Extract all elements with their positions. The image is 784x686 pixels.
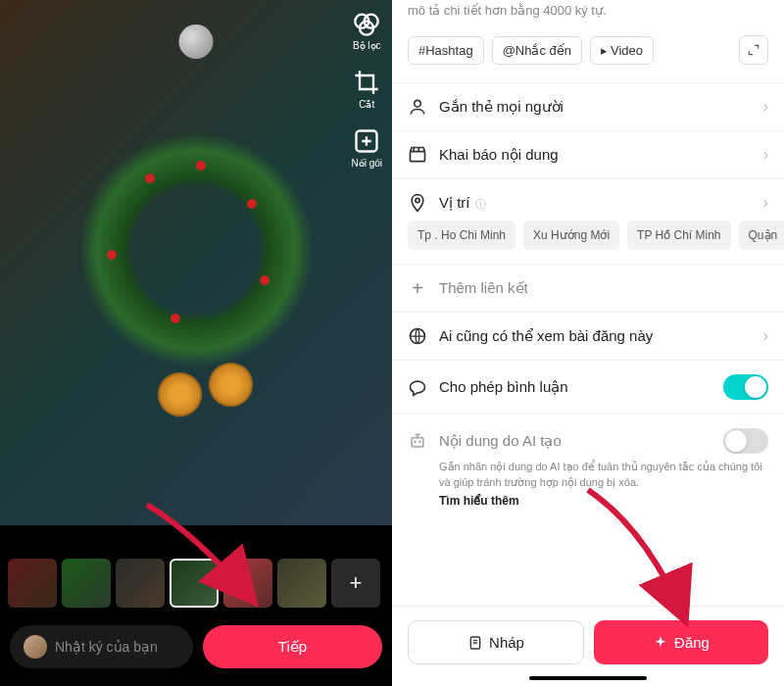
add-link-label: Thêm liên kết xyxy=(439,279,768,297)
svg-point-4 xyxy=(415,101,421,108)
chevron-right-icon: › xyxy=(763,194,768,212)
draft-button[interactable]: Nháp xyxy=(408,620,584,664)
merge-label: Nối gói xyxy=(351,158,382,169)
filter-tool[interactable]: Bộ lọc xyxy=(353,10,381,51)
svg-point-9 xyxy=(414,441,416,444)
thumbnail[interactable] xyxy=(277,559,326,608)
disclose-label: Khai báo nội dung xyxy=(439,146,752,164)
tag-people-row[interactable]: Gắn thẻ mọi người › xyxy=(392,82,784,130)
avatar xyxy=(24,635,47,659)
insert-chip-row: #Hashtag @Nhắc đến ▸Video xyxy=(392,31,784,82)
video-chip[interactable]: ▸Video xyxy=(590,36,654,65)
sparkle-icon xyxy=(653,635,668,651)
plus-square-icon xyxy=(353,127,380,155)
location-suggestions: Tp . Ho Chi Minh Xu Hướng Mới TP Hồ Chí … xyxy=(392,220,784,264)
location-chip[interactable]: Quận xyxy=(739,220,784,250)
next-label: Tiếp xyxy=(278,638,307,656)
disclose-content-row[interactable]: Khai báo nội dung › xyxy=(392,130,784,178)
comments-label: Cho phép bình luận xyxy=(439,378,711,396)
next-button[interactable]: Tiếp xyxy=(203,625,382,668)
person-icon xyxy=(408,97,427,117)
plus-icon: + xyxy=(408,278,427,298)
add-image-button[interactable]: + xyxy=(331,559,380,608)
thumbnail-strip: + xyxy=(0,553,392,613)
location-icon xyxy=(408,193,427,213)
home-indicator xyxy=(529,676,647,680)
thumbnail[interactable] xyxy=(116,559,165,608)
visibility-label: Ai cũng có thể xem bài đăng này xyxy=(439,327,752,345)
learn-more-link[interactable]: Tìm hiểu thêm xyxy=(392,494,784,521)
location-row[interactable]: Vị trí ⓘ › xyxy=(392,178,784,220)
image-preview[interactable]: Bộ lọc Cắt Nối gói xyxy=(0,0,392,525)
expand-button[interactable] xyxy=(739,35,768,65)
svg-rect-5 xyxy=(411,152,425,162)
comments-toggle[interactable] xyxy=(723,374,768,400)
location-chip[interactable]: Xu Hướng Mới xyxy=(523,220,619,250)
your-diary-button[interactable]: Nhật ký của bạn xyxy=(10,625,193,668)
thumbnail[interactable] xyxy=(62,559,111,608)
description-hint: mô tả chi tiết hơn bằng 4000 ký tự. xyxy=(392,0,784,31)
chevron-right-icon: › xyxy=(763,327,768,345)
edit-toolbar: Bộ lọc Cắt Nối gói xyxy=(351,10,382,169)
visibility-row[interactable]: Ai cũng có thể xem bài đăng này › xyxy=(392,312,784,360)
info-icon: ⓘ xyxy=(472,198,486,210)
allow-comments-row: Cho phép bình luận xyxy=(392,360,784,414)
post-settings-screen: mô tả chi tiết hơn bằng 4000 ký tự. #Has… xyxy=(392,0,784,686)
location-label: Vị trí ⓘ xyxy=(439,194,752,212)
globe-icon xyxy=(408,326,427,346)
bottom-bar: Nhật ký của bạn Tiếp xyxy=(0,613,392,686)
clapper-icon xyxy=(408,145,427,165)
expand-icon xyxy=(747,43,760,57)
ai-description: Gắn nhãn nội dung do AI tạo để tuân thủ … xyxy=(392,460,784,494)
filter-icon xyxy=(353,10,380,37)
crop-icon xyxy=(353,69,380,96)
thumbnail-selected[interactable] xyxy=(170,559,219,608)
crop-label: Cắt xyxy=(359,99,374,110)
action-bar: Nháp Đăng xyxy=(392,606,784,686)
post-button[interactable]: Đăng xyxy=(594,620,768,664)
draft-label: Nháp xyxy=(489,634,524,651)
crop-tool[interactable]: Cắt xyxy=(353,69,380,110)
hashtag-chip[interactable]: #Hashtag xyxy=(408,36,484,65)
ai-content-toggle[interactable] xyxy=(723,428,768,454)
robot-icon xyxy=(408,431,427,451)
editor-screen: Bộ lọc Cắt Nối gói ⌄ + Nhật ký của bạn T… xyxy=(0,0,392,686)
diary-placeholder: Nhật ký của bạn xyxy=(55,639,158,655)
location-chip[interactable]: TP Hồ Chí Minh xyxy=(627,220,730,250)
mention-chip[interactable]: @Nhắc đến xyxy=(492,36,582,65)
chevron-right-icon: › xyxy=(763,146,768,164)
tag-people-label: Gắn thẻ mọi người xyxy=(439,98,752,116)
play-icon: ▸ xyxy=(601,43,608,58)
post-label: Đăng xyxy=(674,634,710,651)
location-chip[interactable]: Tp . Ho Chi Minh xyxy=(408,220,515,250)
merge-tool[interactable]: Nối gói xyxy=(351,127,382,169)
add-link-row[interactable]: + Thêm liên kết xyxy=(392,264,784,312)
comment-icon xyxy=(408,377,427,397)
svg-rect-8 xyxy=(412,438,423,447)
ai-content-row: Nội dung do AI tạo xyxy=(392,414,784,460)
ai-content-label: Nội dung do AI tạo xyxy=(439,432,711,450)
svg-point-6 xyxy=(416,199,419,203)
thumbnail[interactable] xyxy=(8,559,57,608)
chevron-right-icon: › xyxy=(763,98,768,116)
collapse-thumbs[interactable]: ⌄ xyxy=(0,525,392,553)
draft-icon xyxy=(467,635,483,651)
filter-label: Bộ lọc xyxy=(353,40,381,51)
thumbnail[interactable] xyxy=(223,559,272,608)
svg-point-10 xyxy=(418,441,421,444)
